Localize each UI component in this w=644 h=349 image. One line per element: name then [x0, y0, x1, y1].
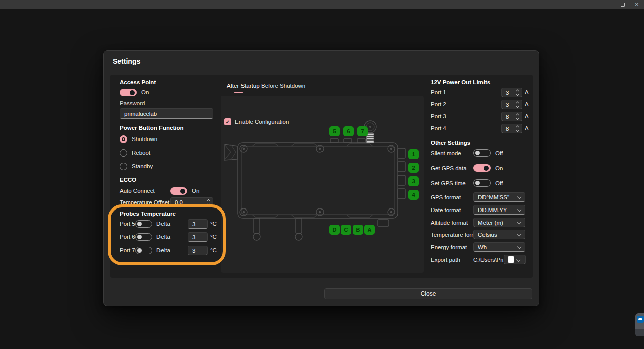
minimize-icon[interactable]: – [606, 0, 612, 9]
toggle-knob [180, 189, 185, 194]
close-button[interactable]: Close [324, 288, 532, 299]
spinner-arrows-icon[interactable] [516, 114, 519, 119]
port-button-5[interactable]: 5 [329, 126, 340, 136]
port-button-6[interactable]: 6 [343, 126, 354, 136]
chevron-down-icon [517, 245, 521, 249]
temperature-offset-spinner[interactable]: 0.0 [170, 197, 213, 207]
date-format-label: Date format [431, 207, 461, 213]
date-format-dropdown[interactable]: DD.MM.YY [473, 205, 525, 215]
energy-format-label: Energy format [431, 244, 467, 250]
energy-format-value: Wh [478, 244, 487, 250]
chevron-down-icon [517, 195, 521, 199]
radio-shutdown-label: Shutdown [132, 136, 157, 142]
power-button-heading: Power Button Function [120, 125, 183, 131]
port-button-1[interactable]: 1 [408, 149, 419, 159]
spinner-arrows-icon[interactable] [207, 199, 210, 205]
active-tab-indicator [234, 92, 243, 93]
port6-unit: °C [210, 234, 217, 240]
silent-mode-label: Silent mode [431, 150, 461, 156]
chevron-down-icon [517, 232, 521, 236]
spinner-arrows-icon[interactable] [516, 90, 519, 95]
toggle-knob [484, 166, 489, 171]
probes-temperature-heading: Probes Temperature [120, 211, 176, 217]
date-format-value: DD.MM.YY [478, 207, 507, 213]
chevron-down-icon [516, 257, 520, 261]
screw-icons [240, 145, 395, 216]
port-button-2[interactable]: 2 [408, 163, 419, 173]
auto-connect-label: Auto Connect [120, 188, 155, 194]
desktop: – ✕ Settings Access Point On Password pr… [0, 0, 644, 349]
chevron-down-icon [517, 207, 521, 212]
limit-port2-value: 3 [506, 102, 509, 108]
chevron-down-icon [517, 220, 521, 224]
altitude-format-value: Meter (m) [478, 220, 503, 226]
limit-port3-spinner[interactable]: 8 [501, 112, 522, 121]
set-gps-time-toggle[interactable] [473, 179, 491, 187]
set-gps-time-state: Off [495, 180, 503, 186]
port-button-4[interactable]: 4 [408, 190, 419, 200]
limit-port4-spinner[interactable]: 8 [501, 124, 522, 133]
limit-port2-spinner[interactable]: 3 [501, 100, 522, 109]
port-button-7[interactable]: 7 [357, 126, 368, 136]
limit-port3-label: Port 3 [431, 113, 446, 119]
gps-format-dropdown[interactable]: DD°MM'SS" [473, 192, 525, 202]
port7-toggle[interactable] [135, 247, 152, 254]
auto-connect-toggle[interactable] [170, 187, 187, 195]
port-button-d[interactable]: D [329, 225, 340, 235]
power-limits-heading: 12V Power Out Limits [431, 79, 490, 85]
port5-label: Port 5 [120, 221, 135, 227]
port6-toggle[interactable] [135, 233, 152, 241]
set-gps-time-label: Set GPS time [431, 180, 466, 186]
other-settings-heading: Other Settings [431, 139, 470, 146]
remote-assist-edge-widget[interactable] [635, 313, 644, 336]
port6-value-input[interactable]: 3 [188, 232, 208, 242]
port-button-3[interactable]: 3 [408, 176, 419, 186]
altitude-format-dropdown[interactable]: Meter (m) [473, 218, 525, 227]
edge-widget-tail [635, 329, 644, 336]
maximize-icon[interactable] [621, 3, 625, 7]
silent-mode-toggle[interactable] [473, 149, 491, 157]
port5-value-input[interactable]: 3 [188, 219, 208, 229]
teamviewer-icon [637, 316, 644, 323]
silent-mode-state: Off [495, 150, 503, 156]
limit-port2-label: Port 2 [431, 101, 446, 107]
port6-mode-label: Delta [156, 234, 170, 240]
limit-port1-spinner[interactable]: 3 [501, 88, 522, 97]
port-button-b[interactable]: B [353, 225, 363, 235]
port-button-c[interactable]: C [341, 225, 351, 235]
spinner-arrows-icon[interactable] [516, 126, 519, 131]
port7-label: Port 7 [120, 247, 135, 253]
toggle-knob [130, 90, 135, 95]
radio-standby-label: Standby [132, 163, 153, 169]
startup-configuration-panel: ✓ Enable Configuration [221, 96, 424, 273]
settings-content-panel: Access Point On Password primalucelab Po… [110, 75, 533, 278]
password-label: Password [120, 100, 145, 106]
file-icon [508, 256, 514, 263]
port-button-a[interactable]: A [364, 225, 375, 235]
close-window-icon[interactable]: ✕ [634, 0, 640, 9]
get-gps-data-state: On [495, 165, 503, 171]
toggle-knob [475, 181, 480, 185]
limit-port1-label: Port 1 [431, 89, 446, 95]
radio-shutdown[interactable] [120, 135, 127, 143]
device-diagram [221, 96, 424, 273]
password-input[interactable]: primalucelab [120, 108, 213, 119]
page-title: Settings [113, 57, 140, 65]
ecco-heading: ECCO [120, 177, 136, 183]
energy-format-dropdown[interactable]: Wh [473, 242, 525, 252]
access-point-toggle[interactable] [120, 89, 137, 96]
radio-reboot[interactable] [120, 149, 127, 157]
limit-port1-value: 3 [506, 90, 509, 96]
port5-toggle[interactable] [135, 220, 152, 228]
toggle-knob [475, 151, 480, 155]
tab-after-startup[interactable]: After Startup [227, 83, 260, 89]
export-path-picker-button[interactable] [504, 255, 526, 264]
get-gps-data-toggle[interactable] [473, 164, 491, 172]
altitude-format-label: Altitude format [431, 220, 468, 226]
spinner-arrows-icon[interactable] [516, 102, 519, 107]
radio-standby[interactable] [120, 163, 127, 170]
port7-value-input[interactable]: 3 [188, 246, 208, 255]
settings-dialog: Settings Access Point On Password primal… [103, 50, 539, 306]
temperature-format-dropdown[interactable]: Celsius [473, 230, 525, 239]
tab-before-shutdown[interactable]: Before Shutdown [261, 83, 305, 89]
